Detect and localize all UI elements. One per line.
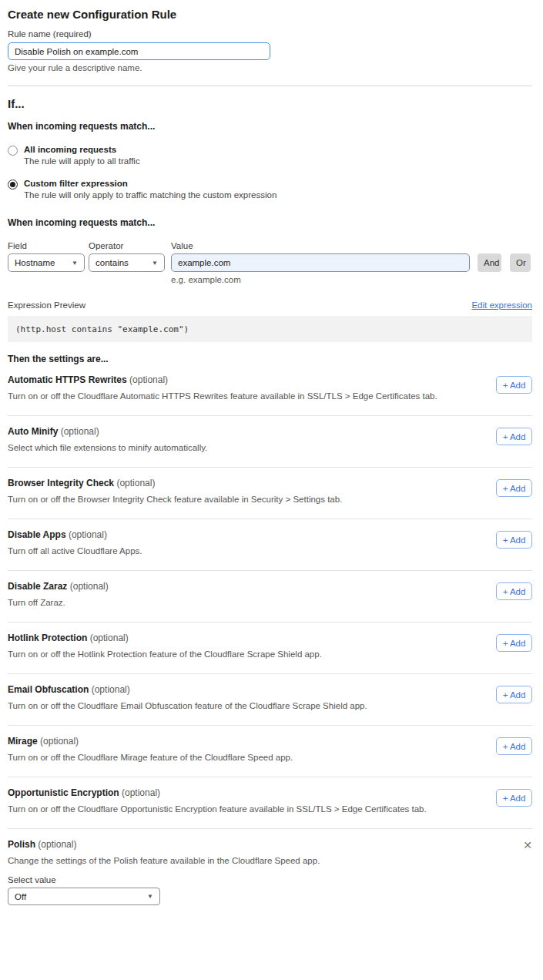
expression-preview-label: Expression Preview <box>8 300 85 310</box>
matcher-controls: Hostname ▼ contains ▼ And Or <box>8 253 532 272</box>
setting-title: Auto Minify (optional) <box>8 426 207 437</box>
radio-description: The rule will apply to all traffic <box>24 156 140 166</box>
setting-description: Turn off all active Cloudflare Apps. <box>8 546 142 555</box>
incoming-requests-subheading: When incoming requests match... <box>8 121 532 132</box>
setting-title: Email Obfuscation (optional) <box>8 684 367 695</box>
setting-description: Change the settings of the Polish featur… <box>8 856 532 865</box>
setting-row-automatic-https-rewrites: Automatic HTTPS Rewrites (optional) Turn… <box>8 364 532 415</box>
select-value-label: Select value <box>8 875 532 884</box>
rule-name-input[interactable] <box>8 42 270 60</box>
setting-row-email-obfuscation: Email Obfuscation (optional) Turn on or … <box>8 674 532 725</box>
setting-title: Opportunistic Encryption (optional) <box>8 787 427 798</box>
setting-row-opportunistic-encryption: Opportunistic Encryption (optional) Turn… <box>8 777 532 828</box>
chevron-down-icon: ▼ <box>152 260 158 267</box>
page-title: Create new Configuration Rule <box>8 8 532 22</box>
add-button[interactable]: + Add <box>496 428 532 445</box>
rule-name-label: Rule name (required) <box>8 29 532 39</box>
setting-description: Turn on or off the Cloudflare Mirage fea… <box>8 753 293 762</box>
setting-title: Polish (optional) <box>8 839 76 850</box>
expression-code-block: (http.host contains "example.com") <box>8 316 532 342</box>
value-helper: e.g. example.com <box>171 275 532 284</box>
add-button[interactable]: + Add <box>496 737 532 755</box>
add-button[interactable]: + Add <box>496 376 532 394</box>
create-configuration-rule-page: Create new Configuration Rule Rule name … <box>0 0 543 905</box>
radio-row-custom-filter: Custom filter expression The rule will o… <box>8 179 532 200</box>
setting-description: Turn on or off the Hotlink Protection fe… <box>8 649 322 659</box>
operator-select-value: contains <box>96 258 129 267</box>
radio-description: The rule will only apply to traffic matc… <box>24 190 277 200</box>
chevron-down-icon: ▼ <box>147 893 153 900</box>
setting-title: Disable Zaraz (optional) <box>8 581 109 592</box>
matcher-heading: When incoming requests match... <box>8 217 532 228</box>
setting-description: Turn on or off the Cloudflare Automatic … <box>8 391 437 401</box>
operator-label: Operator <box>89 241 171 250</box>
radio-row-all-incoming: All incoming requests The rule will appl… <box>8 145 532 166</box>
operator-select[interactable]: contains ▼ <box>89 253 165 272</box>
setting-row-browser-integrity-check: Browser Integrity Check (optional) Turn … <box>8 468 532 519</box>
polish-value-select[interactable]: Off ▼ <box>8 888 160 905</box>
then-settings-heading: Then the settings are... <box>8 354 532 364</box>
field-select-value: Hostname <box>15 258 55 267</box>
close-icon[interactable]: ✕ <box>523 840 532 851</box>
setting-title: Hotlink Protection (optional) <box>8 633 322 643</box>
and-button[interactable]: And <box>478 253 501 272</box>
setting-description: Turn on or off the Browser Integrity Che… <box>8 495 342 504</box>
radio-custom-filter-expression[interactable] <box>8 180 18 190</box>
setting-title: Mirage (optional) <box>8 736 293 747</box>
setting-row-auto-minify: Auto Minify (optional) Select which file… <box>8 416 532 467</box>
setting-description: Turn off Zaraz. <box>8 598 109 607</box>
setting-description: Turn on or off the Cloudflare Opportunis… <box>8 804 427 814</box>
setting-description: Select which file extensions to minify a… <box>8 443 207 452</box>
setting-row-hotlink-protection: Hotlink Protection (optional) Turn on or… <box>8 623 532 673</box>
add-button[interactable]: + Add <box>496 686 532 703</box>
chevron-down-icon: ▼ <box>72 260 78 267</box>
rule-name-helper: Give your rule a descriptive name. <box>8 63 532 72</box>
field-label: Field <box>8 241 89 250</box>
radio-label[interactable]: Custom filter expression <box>24 179 277 188</box>
or-button[interactable]: Or <box>510 253 531 272</box>
setting-row-disable-apps: Disable Apps (optional) Turn off all act… <box>8 519 532 570</box>
field-select[interactable]: Hostname ▼ <box>8 253 85 272</box>
add-button[interactable]: + Add <box>496 582 532 600</box>
setting-description: Turn on or off the Cloudflare Email Obfu… <box>8 701 367 710</box>
add-button[interactable]: + Add <box>496 531 532 549</box>
setting-title: Automatic HTTPS Rewrites (optional) <box>8 374 437 385</box>
setting-row-disable-zaraz: Disable Zaraz (optional) Turn off Zaraz.… <box>8 571 532 622</box>
value-label: Value <box>171 241 193 250</box>
add-button[interactable]: + Add <box>496 634 532 652</box>
edit-expression-link[interactable]: Edit expression <box>471 300 532 310</box>
if-heading: If... <box>8 97 532 111</box>
polish-select-value: Off <box>15 892 26 901</box>
expression-preview-row: Expression Preview Edit expression <box>8 300 532 310</box>
setting-title: Browser Integrity Check (optional) <box>8 478 342 488</box>
section-divider <box>8 86 532 86</box>
setting-title: Disable Apps (optional) <box>8 529 142 540</box>
add-button[interactable]: + Add <box>496 789 532 807</box>
value-input[interactable] <box>171 253 470 272</box>
setting-row-mirage: Mirage (optional) Turn on or off the Clo… <box>8 726 532 777</box>
add-button[interactable]: + Add <box>496 479 532 497</box>
setting-row-polish: Polish (optional) ✕ Change the settings … <box>8 829 532 905</box>
radio-label[interactable]: All incoming requests <box>24 145 140 154</box>
matcher-labels: Field Operator Value <box>8 241 532 250</box>
radio-all-incoming-requests[interactable] <box>8 146 18 156</box>
